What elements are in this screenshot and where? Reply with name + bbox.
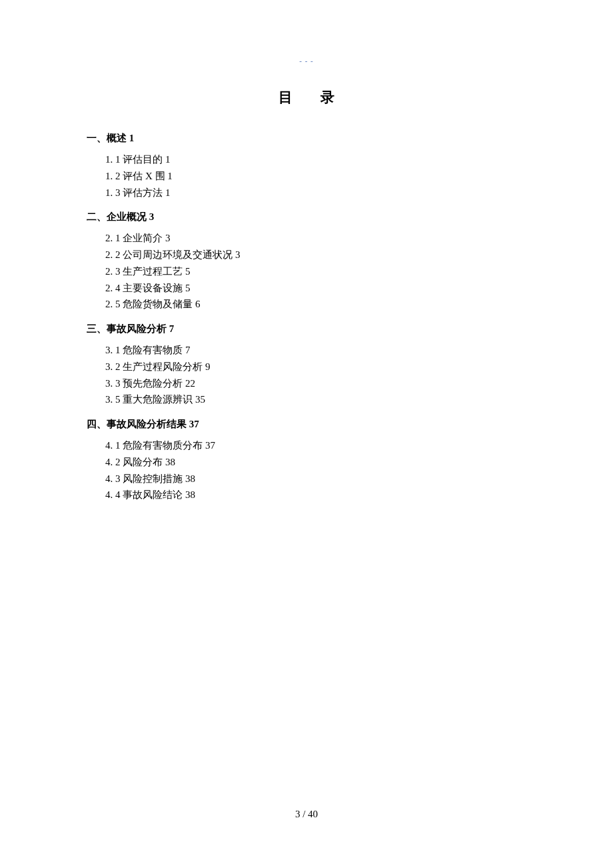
toc-item: 4. 4 事故风险结论 38 (87, 487, 526, 503)
header-mark: - - - (87, 57, 526, 65)
toc-item: 2. 3 生产过程工艺 5 (87, 263, 526, 280)
page-title: 目 录 (87, 88, 526, 107)
toc-item: 4. 2 风险分布 38 (87, 454, 526, 471)
toc-section-2: 二、企业概况 3 2. 1 企业简介 3 2. 2 公司周边环境及交通状况 3 … (87, 209, 526, 313)
toc-item: 2. 2 公司周边环境及交通状况 3 (87, 247, 526, 263)
toc-item: 3. 5 重大危险源辨识 35 (87, 391, 526, 408)
toc-item: 1. 3 评估方法 1 (87, 185, 526, 201)
toc-item: 4. 3 风险控制措施 38 (87, 471, 526, 487)
toc-item: 1. 2 评估 X 围 1 (87, 168, 526, 185)
section-heading: 四、事故风险分析结果 37 (87, 416, 526, 432)
toc-section-4: 四、事故风险分析结果 37 4. 1 危险有害物质分布 37 4. 2 风险分布… (87, 416, 526, 503)
toc-section-3: 三、事故风险分析 7 3. 1 危险有害物质 7 3. 2 生产过程风险分析 9… (87, 321, 526, 408)
section-heading: 三、事故风险分析 7 (87, 321, 526, 337)
toc-section-1: 一、概述 1 1. 1 评估目的 1 1. 2 评估 X 围 1 1. 3 评估… (87, 130, 526, 201)
toc-item: 3. 2 生产过程风险分析 9 (87, 359, 526, 375)
toc-item: 1. 1 评估目的 1 (87, 151, 526, 168)
toc-item: 2. 4 主要设备设施 5 (87, 280, 526, 297)
toc-item: 2. 5 危险货物及储量 6 (87, 296, 526, 313)
section-heading: 一、概述 1 (87, 130, 526, 146)
page-footer: 3 / 40 (0, 809, 613, 820)
document-page: - - - 目 录 一、概述 1 1. 1 评估目的 1 1. 2 评估 X 围… (0, 0, 613, 503)
toc-item: 3. 1 危险有害物质 7 (87, 342, 526, 359)
section-heading: 二、企业概况 3 (87, 209, 526, 225)
toc-item: 3. 3 预先危险分析 22 (87, 375, 526, 392)
toc-item: 4. 1 危险有害物质分布 37 (87, 437, 526, 454)
toc-item: 2. 1 企业简介 3 (87, 230, 526, 247)
